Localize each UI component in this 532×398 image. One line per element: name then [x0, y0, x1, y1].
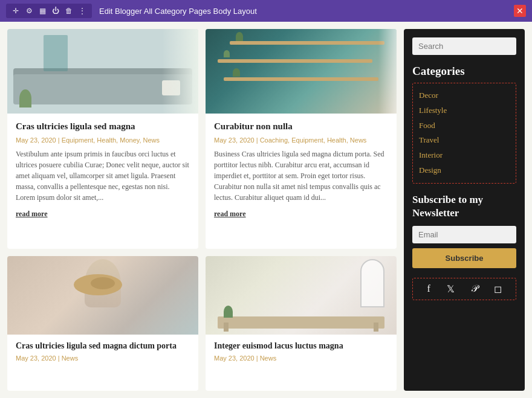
- blog-card-3-title: Cras ultricies ligula sed magna dictum p…: [16, 341, 190, 351]
- trash-icon[interactable]: 🗑: [64, 6, 74, 16]
- category-interior[interactable]: Interior: [419, 148, 510, 163]
- sidebar-newsletter-section: Subscribe to my Newsletter Subscribe: [412, 193, 516, 268]
- email-input[interactable]: [412, 226, 516, 243]
- power-icon[interactable]: ⏻: [51, 6, 60, 16]
- icons-toolbar: ✛ ⚙ ▦ ⏻ 🗑 ⋮: [6, 4, 92, 18]
- blog-card-1-body: Cras ultricies ligula sed magna May 23, …: [7, 114, 198, 226]
- blog-card-2-meta: May 23, 2020 | Coaching, Equipment, Heal…: [214, 136, 388, 144]
- sidebar-categories-section: Categories Decor Lifestyle Food Travel I…: [412, 65, 516, 184]
- page-title: Edit Blogger All Category Pages Body Lay…: [99, 7, 257, 16]
- main-area: Cras ultricies ligula sed magna May 23, …: [0, 22, 532, 398]
- blog-card-1-meta: May 23, 2020 | Equipment, Health, Money,…: [16, 136, 190, 144]
- blog-card-3: Cras ultricies ligula sed magna dictum p…: [7, 256, 198, 391]
- category-decor[interactable]: Decor: [419, 88, 510, 103]
- grid-icon[interactable]: ▦: [37, 6, 47, 16]
- blog-card-1-readmore[interactable]: read more: [16, 210, 48, 218]
- blog-card-3-body: Cras ultricies ligula sed magna dictum p…: [7, 335, 198, 368]
- blog-card-2: Curabitur non nulla May 23, 2020 | Coach…: [206, 29, 397, 249]
- blog-card-2-title: Curabitur non nulla: [214, 121, 388, 133]
- subscribe-button[interactable]: Subscribe: [412, 248, 516, 268]
- blog-card-2-text: Business Cras ultricies ligula sed magna…: [214, 149, 388, 203]
- blog-card-3-meta: May 23, 2020 | News: [16, 355, 190, 362]
- categories-box: Decor Lifestyle Food Travel Interior Des…: [412, 83, 516, 184]
- newsletter-email: [412, 226, 516, 248]
- facebook-icon[interactable]: f: [427, 283, 430, 294]
- content-area: Cras ultricies ligula sed magna May 23, …: [7, 29, 397, 391]
- category-design[interactable]: Design: [419, 163, 510, 178]
- top-bar: ✛ ⚙ ▦ ⏻ 🗑 ⋮ Edit Blogger All Category Pa…: [0, 0, 532, 22]
- sidebar-search: [412, 37, 516, 55]
- newsletter-title: Subscribe to my Newsletter: [412, 193, 516, 220]
- categories-title: Categories: [412, 65, 516, 78]
- blog-card-4-body: Integer euismod lacus luctus magna May 2…: [206, 335, 397, 368]
- blog-card-2-body: Curabitur non nulla May 23, 2020 | Coach…: [206, 114, 397, 226]
- blog-card-4: Integer euismod lacus luctus magna May 2…: [206, 256, 397, 391]
- pinterest-icon[interactable]: 𝒫: [471, 283, 478, 294]
- instagram-icon[interactable]: ◻: [494, 283, 502, 295]
- blog-card-2-image: [206, 29, 397, 114]
- twitter-icon[interactable]: 𝕏: [447, 283, 455, 295]
- category-lifestyle[interactable]: Lifestyle: [419, 103, 510, 118]
- blog-card-4-image: [206, 256, 397, 335]
- blog-card-1-title: Cras ultricies ligula sed magna: [16, 121, 190, 133]
- category-food[interactable]: Food: [419, 118, 510, 133]
- settings-icon[interactable]: ⚙: [24, 6, 34, 16]
- move-icon[interactable]: ✛: [11, 6, 21, 16]
- blog-card-4-title: Integer euismod lacus luctus magna: [214, 341, 388, 351]
- category-travel[interactable]: Travel: [419, 133, 510, 148]
- close-button[interactable]: ✕: [514, 5, 526, 17]
- blog-card-4-meta: May 23, 2020 | News: [214, 355, 388, 362]
- more-icon[interactable]: ⋮: [77, 6, 87, 16]
- blog-card-1-text: Vestibulum ante ipsum primis in faucibus…: [16, 149, 190, 203]
- blog-card-1-image: [7, 29, 198, 114]
- sidebar: Categories Decor Lifestyle Food Travel I…: [404, 29, 525, 391]
- blog-card-2-readmore[interactable]: read more: [214, 210, 246, 218]
- social-icons-box: f 𝕏 𝒫 ◻: [412, 278, 516, 300]
- top-bar-left: ✛ ⚙ ▦ ⏻ 🗑 ⋮ Edit Blogger All Category Pa…: [6, 4, 257, 18]
- search-input[interactable]: [412, 37, 516, 55]
- blog-card-3-image: [7, 256, 198, 335]
- blog-card-1: Cras ultricies ligula sed magna May 23, …: [7, 29, 198, 249]
